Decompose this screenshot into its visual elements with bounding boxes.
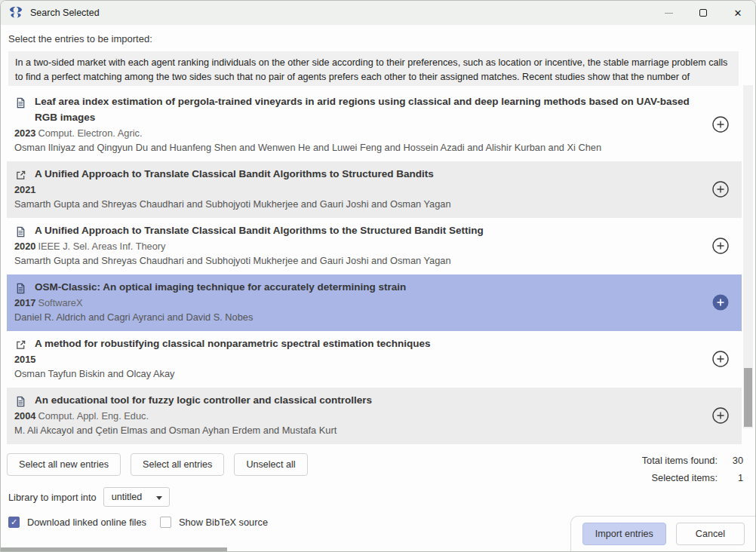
selected-items-label: Selected items:: [652, 472, 718, 483]
select-all-entries-button[interactable]: Select all entries: [131, 453, 224, 476]
entry-year: 2020: [14, 241, 35, 252]
import-entries-button[interactable]: Import entries: [582, 523, 666, 545]
entry-row[interactable]: An educational tool for fuzzy logic cont…: [7, 388, 742, 444]
maximize-button[interactable]: [686, 1, 721, 25]
dialog-instruction: Select the entries to be imported:: [8, 33, 748, 44]
entry-year: 2017: [14, 297, 35, 308]
abstract-preview: In a two-sided market with each agent ra…: [8, 51, 739, 86]
download-linked-files-label: Download linked online files: [27, 517, 146, 528]
add-entry-button[interactable]: [704, 293, 737, 312]
external-link-icon: [15, 170, 26, 181]
add-entry-button[interactable]: [704, 406, 737, 425]
plus-circle-filled-icon: [711, 293, 730, 312]
entry-title: An educational tool for fuzzy logic cont…: [35, 393, 704, 409]
check-icon: ✓: [11, 518, 17, 526]
search-selected-dialog: Search Selected ✕ Select the entries to …: [0, 0, 756, 552]
entry-journal: Comput. Electron. Agric.: [38, 127, 142, 139]
titlebar: Search Selected ✕: [1, 1, 755, 25]
entry-row[interactable]: A Unified Approach to Translate Classica…: [7, 218, 742, 274]
plus-circle-icon: [711, 236, 730, 256]
add-entry-button[interactable]: [704, 115, 737, 134]
entry-authors: Daniel R. Aldrich and Cagri Ayranci and …: [14, 311, 704, 325]
entry-authors: Samarth Gupta and Shreyas Chaudhari and …: [14, 198, 704, 212]
entry-year: 2023: [14, 127, 35, 139]
download-linked-files-checkbox[interactable]: ✓: [8, 517, 20, 528]
plus-circle-icon: [711, 115, 730, 134]
total-items-label: Total items found:: [642, 455, 718, 466]
close-button[interactable]: ✕: [721, 1, 755, 25]
minimize-button[interactable]: [651, 1, 686, 25]
entry-journal: Comput. Appl. Eng. Educ.: [38, 410, 149, 422]
plus-circle-icon: [711, 406, 730, 425]
add-entry-button[interactable]: [704, 236, 737, 256]
plus-circle-icon: [711, 179, 730, 199]
minimize-icon: [665, 13, 673, 14]
entry-title: A Unified Approach to Translate Classica…: [35, 167, 704, 182]
background-window-edge: [1, 547, 227, 551]
add-entry-button[interactable]: [704, 179, 737, 199]
library-import-label: Library to import into: [8, 492, 97, 503]
result-stats: Total items found: 30 Selected items: 1: [642, 455, 743, 489]
dialog-button-bar: Import entries Cancel: [570, 516, 755, 551]
window-title: Search Selected: [30, 8, 100, 18]
library-select[interactable]: untitled: [103, 487, 170, 507]
entry-title: OSM-Classic: An optical imaging techniqu…: [35, 280, 704, 296]
entry-year: 2021: [14, 184, 35, 195]
entry-journal: IEEE J. Sel. Areas Inf. Theory: [38, 241, 165, 252]
entry-row[interactable]: A Unified Approach to Translate Classica…: [7, 161, 742, 218]
entry-authors: M. Ali Akcayol and Çetin Elmas and Osman…: [14, 424, 704, 438]
entry-authors: Samarth Gupta and Shreyas Chaudhari and …: [14, 254, 704, 268]
entry-row-selected[interactable]: OSM-Classic: An optical imaging techniqu…: [7, 274, 742, 331]
entry-title: A Unified Approach to Translate Classica…: [35, 223, 704, 239]
jabref-logo-icon: [8, 5, 23, 20]
chevron-down-icon: [156, 496, 162, 500]
add-entry-button[interactable]: [704, 349, 737, 369]
entry-title: A method for robustifying classical nonp…: [35, 336, 704, 352]
document-icon: [15, 97, 26, 109]
select-all-new-entries-button[interactable]: Select all new entries: [7, 453, 121, 476]
external-link-icon: [15, 339, 26, 351]
document-icon: [15, 283, 26, 294]
plus-circle-icon: [711, 349, 730, 369]
entry-title: Leaf area index estimation of pergola-tr…: [35, 94, 704, 126]
entry-authors: Osman Tayfun Biskin and Olcay Akay: [14, 367, 704, 382]
total-items-value: 30: [718, 455, 743, 466]
maximize-icon: [699, 9, 707, 17]
show-bibtex-source-checkbox[interactable]: [160, 517, 171, 528]
document-icon: [15, 396, 26, 407]
entry-year: 2015: [14, 354, 35, 365]
entry-year: 2004: [14, 410, 35, 422]
entry-journal: SoftwareX: [38, 297, 82, 308]
list-scrollbar[interactable]: [743, 85, 753, 428]
show-bibtex-source-label: Show BibTeX source: [179, 517, 268, 528]
entry-row[interactable]: Leaf area index estimation of pergola-tr…: [7, 89, 742, 161]
entry-row[interactable]: A method for robustifying classical nonp…: [7, 331, 742, 388]
unselect-all-button[interactable]: Unselect all: [234, 453, 307, 476]
document-icon: [15, 226, 26, 238]
cancel-button[interactable]: Cancel: [676, 523, 745, 545]
entry-list: Leaf area index estimation of pergola-tr…: [7, 89, 742, 444]
selected-items-value: 1: [718, 472, 743, 483]
scrollbar-thumb[interactable]: [744, 368, 752, 427]
abstract-text: In a two-sided market with each agent ra…: [15, 57, 727, 86]
library-selected-option: untitled: [112, 492, 143, 502]
close-icon: ✕: [734, 8, 742, 18]
entry-authors: Osman Ilniyaz and Qingyun Du and Huanfen…: [14, 141, 704, 155]
